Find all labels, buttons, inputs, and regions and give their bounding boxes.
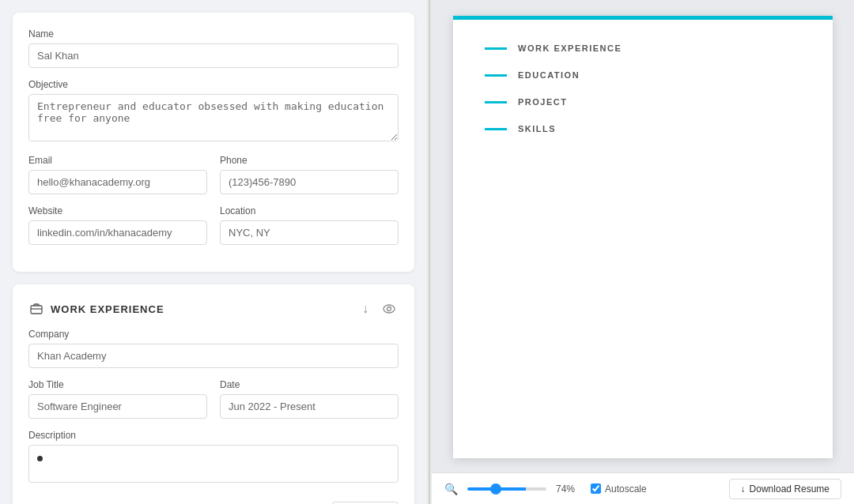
- work-experience-icon: [28, 301, 44, 317]
- company-input[interactable]: [28, 344, 399, 368]
- date-input[interactable]: [220, 394, 399, 419]
- website-field-group: Website: [28, 205, 207, 245]
- resume-toc: WORK EXPERIENCEEDUCATIONPROJECTSKILLS: [485, 43, 801, 134]
- svg-point-3: [387, 307, 391, 311]
- description-editor[interactable]: [28, 445, 399, 483]
- svg-point-2: [384, 305, 395, 313]
- toc-label: SKILLS: [518, 124, 556, 134]
- toc-label: PROJECT: [518, 97, 567, 107]
- work-experience-title: WORK EXPERIENCE: [51, 303, 359, 315]
- resume-toc-item: PROJECT: [485, 97, 801, 107]
- website-location-row: Website Location: [28, 205, 399, 256]
- website-label: Website: [28, 205, 207, 216]
- resume-toc-item: SKILLS: [485, 124, 801, 134]
- job-title-date-row: Job Title Date: [28, 379, 399, 430]
- website-input[interactable]: [28, 220, 207, 245]
- job-title-field-group: Job Title: [28, 379, 207, 419]
- location-label: Location: [220, 205, 399, 216]
- zoom-value: 74%: [556, 483, 581, 495]
- email-field-group: Email: [28, 155, 207, 194]
- download-resume-button[interactable]: ↓ Download Resume: [729, 479, 841, 499]
- left-panel: Name Objective Email Phone Website Loca: [0, 0, 427, 504]
- resume-toc-item: WORK EXPERIENCE: [485, 43, 801, 53]
- work-experience-header: WORK EXPERIENCE ↓: [28, 300, 399, 318]
- bullet-point: [37, 456, 43, 461]
- email-phone-row: Email Phone: [28, 155, 399, 205]
- description-label: Description: [28, 430, 399, 441]
- objective-input[interactable]: [28, 94, 399, 141]
- email-input[interactable]: [28, 170, 207, 194]
- date-label: Date: [220, 379, 399, 390]
- objective-label: Objective: [28, 79, 399, 90]
- work-experience-actions: ↓: [359, 300, 399, 318]
- work-experience-preview-button[interactable]: [380, 301, 399, 317]
- autoscale-text: Autoscale: [605, 483, 647, 495]
- phone-label: Phone: [220, 155, 399, 166]
- add-job-row: + Add Job: [28, 494, 399, 504]
- job-title-label: Job Title: [28, 379, 207, 390]
- svg-rect-0: [31, 306, 42, 314]
- email-label: Email: [28, 155, 207, 166]
- download-label: Download Resume: [750, 483, 829, 495]
- location-input[interactable]: [220, 220, 399, 245]
- resume-page: WORK EXPERIENCEEDUCATIONPROJECTSKILLS: [453, 16, 833, 458]
- autoscale-label: Autoscale: [591, 483, 647, 495]
- toc-line: [485, 74, 507, 77]
- toc-label: EDUCATION: [518, 70, 580, 80]
- toc-line: [485, 47, 507, 50]
- objective-field-group: Objective: [28, 79, 399, 144]
- phone-input[interactable]: [220, 170, 399, 194]
- date-field-group: Date: [220, 379, 399, 419]
- name-input[interactable]: [28, 43, 399, 68]
- phone-field-group: Phone: [220, 155, 399, 194]
- toc-line: [485, 101, 507, 103]
- toc-label: WORK EXPERIENCE: [518, 43, 622, 53]
- name-field-group: Name: [28, 28, 399, 68]
- job-title-input[interactable]: [28, 394, 207, 419]
- name-label: Name: [28, 28, 399, 39]
- resume-preview-area[interactable]: WORK EXPERIENCEEDUCATIONPROJECTSKILLS: [432, 0, 854, 472]
- autoscale-checkbox[interactable]: [591, 483, 601, 494]
- work-experience-move-down-button[interactable]: ↓: [359, 300, 372, 318]
- zoom-slider[interactable]: [467, 487, 546, 491]
- company-label: Company: [28, 329, 399, 340]
- bottom-toolbar: 🔍 74% Autoscale ↓ Download Resume: [432, 472, 854, 504]
- work-experience-card: WORK EXPERIENCE ↓ Company Job Title: [13, 284, 414, 504]
- location-field-group: Location: [220, 205, 399, 245]
- right-panel: WORK EXPERIENCEEDUCATIONPROJECTSKILLS 🔍 …: [432, 0, 854, 504]
- resume-toc-item: EDUCATION: [485, 70, 801, 80]
- personal-info-card: Name Objective Email Phone Website Loca: [13, 13, 414, 272]
- description-field-group: Description: [28, 430, 399, 483]
- zoom-search-icon: 🔍: [444, 483, 458, 495]
- company-field-group: Company: [28, 329, 399, 368]
- panel-divider: [427, 0, 432, 504]
- toc-line: [485, 128, 507, 130]
- download-icon: ↓: [741, 483, 746, 495]
